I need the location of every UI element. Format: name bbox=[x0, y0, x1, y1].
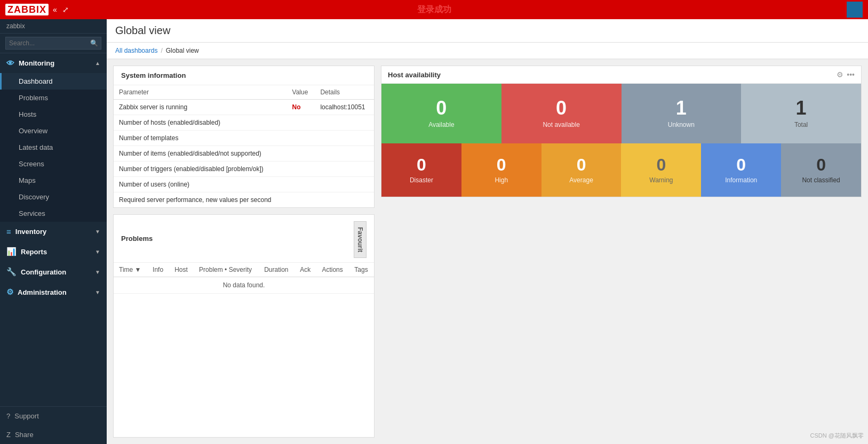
sev-disaster-value: 0 bbox=[417, 156, 426, 173]
gear-icon[interactable]: ⚙ bbox=[837, 70, 843, 79]
host-availability-widget: Host availability ⚙ ••• 0 Available bbox=[381, 66, 862, 197]
ha-unknown-cell[interactable]: 1 Unknown bbox=[622, 84, 742, 143]
ha-total-cell[interactable]: 1 Total bbox=[741, 84, 861, 143]
sidebar-item-problems[interactable]: Problems bbox=[0, 90, 107, 106]
sidebar-header-reports[interactable]: 📊 Reports ▼ bbox=[0, 241, 107, 262]
system-info-title: System information bbox=[114, 66, 374, 85]
sev-not-classified-cell[interactable]: 0 Not classified bbox=[781, 143, 861, 197]
sidebar-item-dashboard[interactable]: Dashboard bbox=[0, 73, 107, 90]
content-header: Global view bbox=[107, 19, 868, 43]
favourit-tab[interactable]: Favourit bbox=[354, 221, 367, 258]
table-row: Number of users (online) bbox=[114, 177, 374, 192]
details-cell bbox=[315, 192, 374, 208]
table-row: Number of items (enabled/disabled/not su… bbox=[114, 146, 374, 162]
problems-panel: Problems Favourit Time ▼ Info Host Probl… bbox=[113, 214, 375, 438]
sidebar-item-overview[interactable]: Overview bbox=[0, 123, 107, 139]
search-input[interactable] bbox=[5, 37, 101, 50]
sidebar-item-share[interactable]: Z Share bbox=[0, 425, 107, 444]
widget-actions: ⚙ ••• bbox=[837, 70, 855, 79]
sidebar-label-inventory: Inventory bbox=[15, 228, 47, 236]
sidebar-item-screens[interactable]: Screens bbox=[0, 156, 107, 172]
sidebar-item-discovery[interactable]: Discovery bbox=[0, 189, 107, 205]
ha-available-cell[interactable]: 0 Available bbox=[381, 84, 501, 143]
sidebar-label-configuration: Configuration bbox=[21, 268, 66, 276]
chevron-administration: ▼ bbox=[95, 289, 100, 295]
ha-unknown-label: Unknown bbox=[668, 121, 695, 128]
sev-warning-label: Warning bbox=[649, 176, 673, 184]
sev-average-value: 0 bbox=[577, 156, 586, 173]
problems-title: Problems bbox=[121, 235, 153, 243]
system-info-panel: System information Parameter Value Detai… bbox=[113, 66, 375, 208]
sidebar-item-support[interactable]: ? Support bbox=[0, 407, 107, 425]
sev-high-cell[interactable]: 0 High bbox=[461, 143, 541, 197]
watermark: CSDN @花随风飘零 bbox=[810, 432, 864, 440]
sidebar-item-hosts[interactable]: Hosts bbox=[0, 106, 107, 123]
sev-information-label: Information bbox=[725, 176, 757, 184]
zabbix-logo[interactable]: ZABBIX bbox=[5, 4, 49, 15]
sidebar-section-configuration: 🔧 Configuration ▼ bbox=[0, 262, 107, 282]
top-bar-icons: « ⤢ bbox=[53, 5, 69, 14]
search-icon: 🔍 bbox=[90, 39, 98, 47]
sidebar-user: zabbix bbox=[0, 19, 107, 34]
sidebar-item-latest-data[interactable]: Latest data bbox=[0, 139, 107, 156]
sev-not-classified-value: 0 bbox=[816, 156, 826, 173]
table-row: Zabbix server is running No localhost:10… bbox=[114, 100, 374, 115]
details-cell bbox=[315, 162, 374, 177]
sidebar-sub-monitoring: Dashboard Problems Hosts Overview Latest… bbox=[0, 73, 107, 222]
param-cell: Number of users (online) bbox=[114, 177, 287, 192]
value-cell bbox=[287, 177, 315, 192]
host-availability-grid: 0 Available 0 Not available 1 Unknown bbox=[381, 84, 861, 143]
fullscreen-icon[interactable]: ⤢ bbox=[62, 5, 69, 14]
sidebar-header-configuration[interactable]: 🔧 Configuration ▼ bbox=[0, 262, 107, 282]
breadcrumb-all-dashboards[interactable]: All dashboards bbox=[115, 47, 157, 54]
sev-average-label: Average bbox=[569, 176, 593, 184]
sidebar-label-administration: Administration bbox=[18, 288, 67, 296]
param-cell: Number of items (enabled/disabled/not su… bbox=[114, 146, 287, 162]
sidebar-header-monitoring[interactable]: 👁 Monitoring ▲ bbox=[0, 53, 107, 73]
col-duration: Duration bbox=[259, 263, 294, 277]
sidebar-item-maps[interactable]: Maps bbox=[0, 172, 107, 189]
collapse-icon[interactable]: « bbox=[53, 5, 57, 14]
sev-information-cell[interactable]: 0 Information bbox=[701, 143, 781, 197]
more-icon[interactable]: ••• bbox=[847, 70, 855, 79]
sidebar-label-reports: Reports bbox=[21, 248, 47, 256]
details-cell bbox=[315, 177, 374, 192]
sidebar-label-monitoring: Monitoring bbox=[19, 59, 54, 67]
col-host: Host bbox=[169, 263, 194, 277]
chevron-monitoring: ▲ bbox=[95, 60, 100, 66]
problems-table: Time ▼ Info Host Problem • Severity Dura… bbox=[114, 263, 374, 294]
problems-header: Problems Favourit bbox=[114, 215, 374, 263]
value-cell bbox=[287, 131, 315, 146]
breadcrumb: All dashboards / Global view bbox=[107, 43, 868, 59]
param-cell: Zabbix server is running bbox=[114, 100, 287, 115]
col-tags: Tags bbox=[349, 263, 374, 277]
col-value: Value bbox=[287, 85, 315, 100]
ha-not-available-cell[interactable]: 0 Not available bbox=[501, 84, 622, 143]
sev-disaster-cell[interactable]: 0 Disaster bbox=[381, 143, 461, 197]
table-row: Number of triggers (enabled/disabled [pr… bbox=[114, 162, 374, 177]
share-icon: Z bbox=[6, 431, 11, 439]
sidebar-item-services[interactable]: Services bbox=[0, 205, 107, 222]
sev-information-value: 0 bbox=[736, 156, 746, 173]
ha-not-available-label: Not available bbox=[543, 121, 579, 128]
sev-average-cell[interactable]: 0 Average bbox=[541, 143, 622, 197]
sev-warning-cell[interactable]: 0 Warning bbox=[621, 143, 701, 197]
col-time: Time ▼ bbox=[114, 263, 147, 277]
content-area: Global view All dashboards / Global view… bbox=[107, 19, 868, 444]
system-info-table: Parameter Value Details Zabbix server is… bbox=[114, 85, 374, 207]
value-cell bbox=[287, 146, 315, 162]
breadcrumb-current: Global view bbox=[166, 47, 199, 54]
col-actions: Actions bbox=[316, 263, 349, 277]
sev-warning-value: 0 bbox=[657, 156, 666, 173]
sidebar-header-inventory[interactable]: ≡ Inventory ▼ bbox=[0, 222, 107, 241]
login-message: 登录成功 bbox=[417, 4, 451, 15]
left-panel: System information Parameter Value Detai… bbox=[113, 66, 375, 438]
user-avatar[interactable] bbox=[847, 2, 863, 18]
value-cell bbox=[287, 192, 315, 208]
ha-total-value: 1 bbox=[796, 99, 807, 118]
table-row: Number of templates bbox=[114, 131, 374, 146]
administration-icon: ⚙ bbox=[6, 287, 13, 297]
sidebar-header-administration[interactable]: ⚙ Administration ▼ bbox=[0, 282, 107, 302]
inventory-icon: ≡ bbox=[6, 227, 11, 236]
chevron-inventory: ▼ bbox=[95, 229, 100, 235]
